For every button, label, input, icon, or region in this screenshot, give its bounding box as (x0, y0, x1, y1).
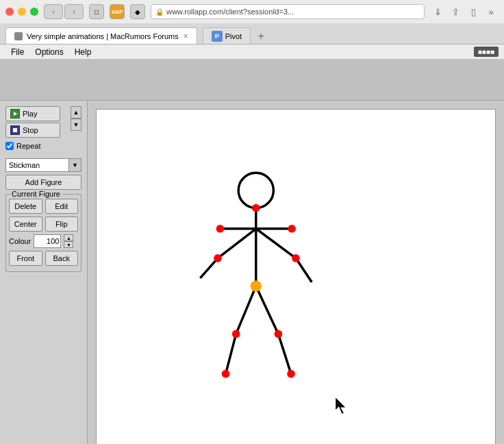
joint-left-foot (222, 370, 230, 378)
left-upper-arm (218, 229, 256, 258)
menu-file[interactable]: File (5, 46, 29, 58)
cursor-icon (336, 398, 345, 414)
current-figure-group: Current Figure Delete Edit Center Flip C… (5, 194, 81, 272)
center-flip-row: Center Flip (9, 217, 78, 232)
tab-close[interactable]: ✕ (183, 32, 188, 40)
stop-button[interactable]: Stop (5, 123, 60, 138)
more-icon[interactable]: » (483, 4, 499, 19)
abp-icon[interactable]: ABP (110, 4, 125, 19)
menu-options[interactable]: Options (29, 46, 68, 58)
nav-buttons: ‹ › (44, 4, 84, 19)
figure-selector-row: Stickman ▼ (5, 158, 81, 172)
front-back-row: Front Back (9, 251, 78, 266)
stickman-head (238, 173, 273, 208)
play-icon (10, 109, 20, 119)
canvas-area (88, 101, 504, 444)
flip-button[interactable]: Flip (45, 217, 79, 232)
colour-input[interactable] (34, 234, 61, 248)
left-lower-leg (226, 334, 236, 373)
back-button[interactable]: Back (45, 251, 79, 266)
share-icon[interactable]: ⇪ (448, 4, 463, 19)
colour-spinners: ▲ ▼ (64, 234, 73, 248)
address-bar[interactable]: 🔒 www.rollapp.com/client?sessionId=3... (151, 4, 425, 19)
left-panel: Play Stop Repeat ▲ ▼ Stickman (0, 101, 88, 444)
forward-button[interactable]: › (64, 4, 84, 19)
playback-controls: Play Stop Repeat ▲ ▼ (5, 106, 81, 153)
delete-edit-row: Delete Edit (9, 199, 78, 214)
right-lower-leg (278, 334, 291, 373)
edit-button[interactable]: Edit (45, 199, 79, 214)
current-figure-legend: Current Figure (10, 190, 62, 198)
left-upper-leg (236, 286, 256, 334)
scroll-up-button[interactable]: ▲ (71, 106, 81, 119)
joint-right-foot (287, 370, 295, 378)
play-button[interactable]: Play (5, 106, 60, 121)
tab-bar: Very simple animations | MacRumors Forum… (0, 23, 504, 44)
window-controls (5, 8, 38, 16)
figure-dropdown-button[interactable]: ▼ (69, 158, 81, 172)
joint-left-shoulder (216, 225, 225, 233)
repeat-row: Repeat (5, 139, 60, 153)
menu-bar: File Options Help ■■■■ (0, 45, 504, 60)
pivot-favicon: P (212, 31, 223, 42)
stickman-svg (97, 110, 495, 444)
title-bar: ‹ › □ ABP ◆ 🔒 www.rollapp.com/client?ses… (0, 0, 504, 23)
menu-help[interactable]: Help (69, 46, 97, 58)
browser-chrome: ‹ › □ ABP ◆ 🔒 www.rollapp.com/client?ses… (0, 0, 504, 45)
joint-left-knee (232, 330, 240, 338)
svg-marker-0 (14, 112, 17, 116)
repeat-checkbox[interactable] (5, 142, 14, 150)
joint-neck (252, 204, 260, 212)
main-area: Play Stop Repeat ▲ ▼ Stickman (0, 101, 504, 444)
scroll-buttons: ▲ ▼ (71, 106, 81, 131)
joint-right-elbow (292, 254, 300, 262)
tab-pivot[interactable]: P Pivot (203, 27, 251, 44)
colour-up-button[interactable]: ▲ (64, 234, 73, 241)
figure-select[interactable]: Stickman (5, 158, 69, 172)
shield-icon[interactable]: ◆ (130, 4, 145, 19)
right-lower-arm (296, 258, 312, 282)
right-upper-leg (256, 286, 279, 334)
joint-right-knee (275, 330, 283, 338)
tab-layout-icon[interactable]: □ (89, 4, 104, 19)
colour-down-button[interactable]: ▼ (64, 241, 73, 248)
joint-right-shoulder (288, 225, 296, 233)
tab-macrumorums[interactable]: Very simple animations | MacRumors Forum… (5, 27, 197, 44)
back-button[interactable]: ‹ (44, 4, 63, 19)
duplicate-icon[interactable]: ▯ (466, 4, 481, 19)
maximize-button[interactable] (30, 8, 38, 16)
stop-icon (10, 125, 20, 135)
colour-label: Colour (9, 237, 31, 245)
tab-favicon (14, 32, 23, 40)
center-button[interactable]: Center (9, 217, 42, 232)
delete-button[interactable]: Delete (9, 199, 42, 214)
svg-rect-1 (13, 128, 17, 132)
joint-left-elbow (214, 254, 222, 262)
top-canvas-strip (0, 60, 504, 101)
status-indicator: ■■■■ (474, 47, 499, 57)
front-button[interactable]: Front (9, 251, 42, 266)
toolbar-icons: ⇓ ⇪ ▯ » (430, 4, 499, 19)
new-tab-button[interactable]: + (253, 29, 268, 44)
minimize-button[interactable] (18, 8, 26, 16)
close-button[interactable] (5, 8, 14, 16)
download-icon[interactable]: ⇓ (430, 4, 445, 19)
animation-canvas[interactable] (96, 109, 496, 444)
add-figure-button[interactable]: Add Figure (5, 175, 81, 190)
joint-hip (251, 280, 262, 291)
right-upper-arm (256, 229, 296, 258)
scroll-down-button[interactable]: ▼ (71, 119, 81, 131)
colour-row: Colour ▲ ▼ (9, 234, 78, 248)
